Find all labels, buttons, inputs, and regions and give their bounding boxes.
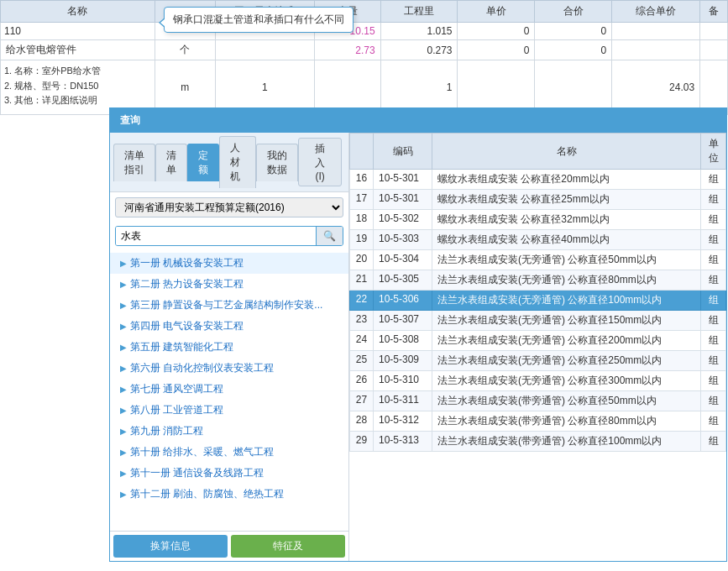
tab-dinge[interactable]: 定额	[187, 144, 219, 181]
result-table-row[interactable]: 19 10-5-303 螺纹水表组成安装 公称直径40mm以内 组	[350, 230, 726, 250]
cell-name: 法兰水表组成安装(带旁通管) 公称直径80mm以内	[432, 411, 701, 432]
result-table-row[interactable]: 17 10-5-301 螺纹水表组成安装 公称直径25mm以内 组	[350, 190, 726, 210]
dialog-left-panel: 清单指引 清单 定额 人材机 我的数据 插入(I)	[110, 133, 349, 561]
cell-unit: 组	[701, 351, 726, 371]
cell-name: 法兰水表组成安装(无旁通管) 公称直径300mm以内	[432, 371, 701, 391]
dialog-tabs-row: 清单指引 清单 定额 人材机 我的数据 插入(I)	[110, 133, 348, 192]
tree-item-t7[interactable]: ▶ 第七册 通风空调工程	[110, 379, 348, 400]
tree-item-t3[interactable]: ▶ 第三册 静置设备与工艺金属结构制作安装...	[110, 295, 348, 316]
cell-unit: 组	[701, 210, 726, 230]
dialog-body: 清单指引 清单 定额 人材机 我的数据 插入(I)	[110, 133, 726, 561]
tree-item-t12[interactable]: ▶ 第十二册 刷油、防腐蚀、绝热工程	[110, 484, 348, 505]
tree-item-label: 第四册 电气设备安装工程	[130, 319, 244, 333]
cell-price: 0	[458, 23, 535, 40]
cell-num: 20	[350, 250, 374, 270]
result-table-row[interactable]: 27 10-5-311 法兰水表组成安装(带旁通管) 公称直径50mm以内 组	[350, 391, 726, 411]
arrow-icon: ▶	[120, 490, 127, 499]
tezheng-button[interactable]: 特征及	[231, 535, 345, 558]
cell-work: 1	[380, 60, 458, 115]
arrow-icon: ▶	[120, 301, 127, 310]
result-table-row[interactable]: 21 10-5-305 法兰水表组成安装(无旁通管) 公称直径80mm以内 组	[350, 270, 726, 291]
cell-name: 法兰水表组成安装(无旁通管) 公称直径80mm以内	[432, 270, 701, 291]
tree-item-label: 第七册 通风空调工程	[130, 382, 223, 396]
tree-item-t9[interactable]: ▶ 第九册 消防工程	[110, 421, 348, 442]
cell-num: 19	[350, 230, 374, 250]
col-unit: 单位	[701, 134, 726, 170]
province-selector-row: 河南省通用安装工程预算定额(2016)	[115, 197, 343, 217]
result-table-row[interactable]: 24 10-5-308 法兰水表组成安装(无旁通管) 公称直径200mm以内 组	[350, 331, 726, 351]
result-table-row[interactable]: 16 10-5-301 螺纹水表组成安装 公称直径20mm以内 组	[350, 170, 726, 190]
cell-code: 10-5-305	[374, 270, 432, 291]
tab-rencaiji[interactable]: 人材机	[219, 136, 256, 188]
tree-item-t1[interactable]: ▶ 第一册 机械设备安装工程	[110, 253, 348, 274]
result-table-row[interactable]: 23 10-5-307 法兰水表组成安装(无旁通管) 公称直径150mm以内 组	[350, 311, 726, 331]
col-code: 编码	[374, 134, 432, 170]
result-table-row[interactable]: 29 10-5-313 法兰水表组成安装(带旁通管) 公称直径100mm以内 组	[350, 432, 726, 452]
result-table-row[interactable]: 25 10-5-309 法兰水表组成安装(无旁通管) 公称直径250mm以内 组	[350, 351, 726, 371]
cell-comp	[612, 40, 700, 60]
tree-item-t5[interactable]: ▶ 第五册 建筑智能化工程	[110, 337, 348, 358]
cell-price: 0	[458, 40, 535, 60]
cell-unit: 组	[701, 190, 726, 210]
tree-item-t11[interactable]: ▶ 第十一册 通信设备及线路工程	[110, 463, 348, 484]
search-input[interactable]	[116, 227, 316, 245]
result-table-row[interactable]: 22 10-5-306 法兰水表组成安装(无旁通管) 公称直径100mm以内 组	[350, 291, 726, 311]
cell-unit: 个	[155, 40, 215, 60]
cell-code: 10-5-302	[374, 210, 432, 230]
province-select[interactable]: 河南省通用安装工程预算定额(2016)	[115, 197, 343, 217]
tree-item-t4[interactable]: ▶ 第四册 电气设备安装工程	[110, 316, 348, 337]
cell-name: 法兰水表组成安装(带旁通管) 公称直径100mm以内	[432, 432, 701, 452]
arrow-icon: ▶	[120, 469, 127, 478]
cell-code: 10-5-309	[374, 351, 432, 371]
cell-code: 10-5-308	[374, 331, 432, 351]
top-table: 名称 工程里表达式 含量 工程里 单价 合价 综合单价 备 110 10.15 …	[0, 0, 728, 115]
huansuan-button[interactable]: 换算信息	[113, 535, 228, 558]
result-table-row[interactable]: 20 10-5-304 法兰水表组成安装(无旁通管) 公称直径50mm以内 组	[350, 250, 726, 270]
cell-name: 法兰水表组成安装(无旁通管) 公称直径200mm以内	[432, 331, 701, 351]
dialog-right-panel: 编码 名称 单位 16 10-5-301 螺纹水表组成安装 公称直径20mm以内…	[349, 133, 726, 561]
cell-num: 25	[350, 351, 374, 371]
cell-code: 10-5-307	[374, 311, 432, 331]
tree-item-t2[interactable]: ▶ 第二册 热力设备安装工程	[110, 274, 348, 295]
tree-item-t6[interactable]: ▶ 第六册 自动化控制仪表安装工程	[110, 358, 348, 379]
tab-qingdan[interactable]: 清单	[155, 144, 187, 181]
table-row: 1. 名称：室外PB给水管 2. 规格、型号：DN150 3. 其他：详见图纸说…	[1, 60, 728, 115]
cell-code: 10-5-306	[374, 291, 432, 311]
cell-total: 0	[535, 23, 612, 40]
cell-num: 28	[350, 411, 374, 432]
tab-qingdan-zhibiao[interactable]: 清单指引	[113, 144, 155, 181]
result-table-row[interactable]: 18 10-5-302 螺纹水表组成安装 公称直径32mm以内 组	[350, 210, 726, 230]
arrow-icon: ▶	[120, 259, 127, 268]
tree-item-t10[interactable]: ▶ 第十册 给排水、采暖、燃气工程	[110, 442, 348, 463]
col-header-name: 名称	[1, 1, 155, 23]
insert-button[interactable]: 插入(I)	[298, 138, 342, 186]
arrow-icon: ▶	[120, 406, 127, 415]
cell-unit: 组	[701, 391, 726, 411]
dialog-header: 查询	[110, 108, 726, 133]
result-table-row[interactable]: 26 10-5-310 法兰水表组成安装(无旁通管) 公称直径300mm以内 组	[350, 371, 726, 391]
arrow-icon: ▶	[120, 280, 127, 289]
col-header-price: 单价	[458, 1, 535, 23]
cell-name: 1. 名称：室外PB给水管 2. 规格、型号：DN150 3. 其他：详见图纸说…	[1, 60, 155, 115]
cell-name: 法兰水表组成安装(无旁通管) 公称直径150mm以内	[432, 311, 701, 331]
cell-num: 22	[350, 291, 374, 311]
cell-comp	[612, 23, 700, 40]
cell-unit: 组	[701, 230, 726, 250]
col-header-total: 合价	[535, 1, 612, 23]
search-icon-button[interactable]: 🔍	[316, 227, 343, 245]
tree-list[interactable]: ▶ 第一册 机械设备安装工程 ▶ 第二册 热力设备安装工程 ▶ 第三册 静置设备…	[110, 249, 348, 531]
arrow-icon: ▶	[120, 343, 127, 352]
result-table-scroll[interactable]: 编码 名称 单位 16 10-5-301 螺纹水表组成安装 公称直径20mm以内…	[349, 133, 726, 561]
cell-work: 0.273	[380, 40, 458, 60]
cell-name: 法兰水表组成安装(无旁通管) 公称直径50mm以内	[432, 250, 701, 270]
tree-item-t8[interactable]: ▶ 第八册 工业管道工程	[110, 400, 348, 421]
tree-item-label: 第六册 自动化控制仪表安装工程	[130, 361, 274, 375]
result-table-row[interactable]: 28 10-5-312 法兰水表组成安装(带旁通管) 公称直径80mm以内 组	[350, 411, 726, 432]
tree-item-label: 第十二册 刷油、防腐蚀、绝热工程	[130, 487, 284, 501]
cell-misc	[700, 60, 728, 115]
tree-item-label: 第三册 静置设备与工艺金属结构制作安装...	[130, 298, 322, 312]
cell-name: 螺纹水表组成安装 公称直径25mm以内	[432, 190, 701, 210]
cell-code: 10-5-304	[374, 250, 432, 270]
tab-wode-shuju[interactable]: 我的数据	[256, 144, 298, 181]
cell-code: 10-5-310	[374, 371, 432, 391]
